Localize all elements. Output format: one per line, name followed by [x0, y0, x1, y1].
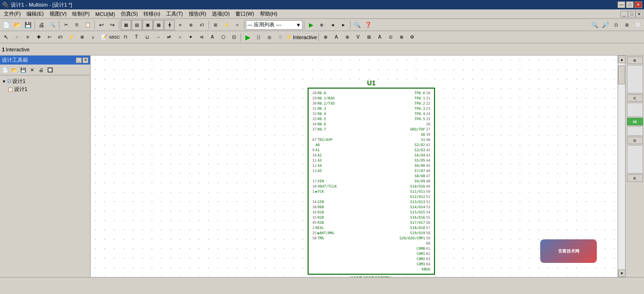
measure-tool[interactable]: ⊲: [196, 32, 207, 42]
power-btn[interactable]: ⚡: [221, 20, 232, 30]
bus-tool[interactable]: ≡: [23, 32, 33, 42]
inst-tool[interactable]: ⊕: [77, 32, 87, 42]
graphic-tool[interactable]: ⬡: [218, 32, 228, 42]
new-button[interactable]: 📄: [1, 20, 11, 30]
scroll-down-btn[interactable]: ▼: [618, 270, 625, 277]
redo-button[interactable]: ↪: [107, 20, 117, 30]
print-button[interactable]: 🖨: [36, 20, 47, 30]
inst-btn4[interactable]: V: [353, 32, 363, 42]
grid-btn3[interactable]: ▣: [142, 20, 153, 30]
ic-component[interactable]: U1 28R0.0 29R0.1/RXD 30R0.2/TXD 31R0.3 3…: [308, 79, 435, 277]
app-list-dropdown[interactable]: --- 应用列表 --- ▼: [246, 20, 302, 30]
zoom-fit-btn[interactable]: ⊡: [611, 20, 621, 30]
menu-window[interactable]: 窗口(W): [233, 10, 257, 18]
inst-btn7[interactable]: ⊙: [385, 32, 396, 42]
tree-root[interactable]: ▼ ☑ 设计1: [2, 77, 88, 85]
zoom-area-btn[interactable]: ⊞: [622, 20, 632, 30]
rs-btn-e[interactable]: E: [627, 174, 643, 182]
inst-btn2[interactable]: A: [331, 32, 342, 42]
arrow-both[interactable]: ⇌: [164, 32, 174, 42]
bus-entry[interactable]: ⊓: [120, 32, 131, 42]
power-tool[interactable]: ⚡: [66, 32, 76, 42]
scroll-track[interactable]: [618, 63, 625, 270]
note-tool[interactable]: 📝: [99, 32, 109, 42]
tree-design1[interactable]: 📋 设计1: [2, 85, 88, 93]
extra-btn2[interactable]: ◄: [327, 20, 338, 30]
misc-tool[interactable]: MISC: [109, 32, 120, 42]
pointer-btn[interactable]: ↖: [1, 32, 11, 42]
vertical-scrollbar[interactable]: ▲ ▼: [618, 56, 625, 277]
open-button[interactable]: 📂: [12, 20, 22, 30]
zoom-100-btn[interactable]: ⬜: [633, 20, 643, 30]
inst-btn9[interactable]: ⚙: [407, 32, 418, 42]
menu-view[interactable]: 视图(V): [47, 10, 70, 18]
junction-tool[interactable]: ✚: [33, 32, 44, 42]
inner-maximize[interactable]: □: [628, 11, 636, 17]
zoom-in-btn[interactable]: 🔎: [600, 20, 611, 30]
menu-mcu[interactable]: MCU(M): [92, 11, 118, 17]
wire-btn[interactable]: ╋: [164, 20, 175, 30]
conn-btn[interactable]: ⊕: [186, 20, 196, 30]
zoom-out-btn[interactable]: 🔍: [589, 20, 600, 30]
partial-tool[interactable]: ⊢: [44, 32, 55, 42]
bus-btn[interactable]: ≡: [175, 20, 185, 30]
help-btn[interactable]: ❓: [363, 20, 373, 30]
label-tool[interactable]: 🏷: [55, 32, 66, 42]
design-toolbar-close[interactable]: ✕: [83, 57, 88, 63]
dt-save[interactable]: 💾: [19, 65, 27, 74]
vconn-entry[interactable]: ⊔: [142, 32, 152, 42]
sim-pause[interactable]: ⏸: [253, 32, 264, 42]
text-tool[interactable]: A: [207, 32, 217, 42]
rs-btn-b[interactable]: B: [627, 57, 643, 64]
rs-btn-c[interactable]: C: [627, 94, 643, 102]
undo-button[interactable]: ↩: [96, 20, 107, 30]
maximize-button[interactable]: □: [626, 1, 634, 8]
menu-tools[interactable]: 工具(T): [163, 10, 186, 18]
inst-btn8[interactable]: ⊗: [396, 32, 407, 42]
menu-options[interactable]: 选项(O): [209, 10, 233, 18]
print-preview-button[interactable]: 🔍: [47, 20, 58, 30]
dt-icon[interactable]: 🔲: [46, 65, 54, 74]
sim-btn1[interactable]: ≈: [232, 20, 243, 30]
menu-help[interactable]: 帮助(H): [257, 10, 280, 18]
vbus-entry[interactable]: T: [131, 32, 142, 42]
cut-button[interactable]: ✂: [61, 20, 71, 30]
arrow-right[interactable]: →: [153, 32, 163, 42]
sim-play[interactable]: ▶: [243, 32, 253, 42]
dt-open[interactable]: 📂: [10, 65, 18, 74]
rs-btn-d[interactable]: D: [627, 137, 643, 144]
menu-reports[interactable]: 报告(R): [186, 10, 209, 18]
paste-button[interactable]: 📋: [83, 20, 93, 30]
inst-btn3[interactable]: ⊛: [342, 32, 352, 42]
gnd-tool[interactable]: ⏚: [88, 32, 98, 42]
dt-print[interactable]: 🖨: [37, 65, 45, 74]
inst-btn5[interactable]: ⊞: [364, 32, 374, 42]
extra-btn3[interactable]: ►: [338, 20, 349, 30]
save-button[interactable]: 💾: [23, 20, 33, 30]
copy-button[interactable]: ⎘: [72, 20, 82, 30]
grid-btn2[interactable]: ▤: [132, 20, 142, 30]
inner-close[interactable]: ✕: [636, 11, 643, 17]
menu-sim[interactable]: 仿真(S): [118, 10, 141, 18]
circle-tool[interactable]: ○: [175, 32, 185, 42]
menu-place[interactable]: 绘制(P): [69, 10, 92, 18]
canvas-area[interactable]: U1 28R0.0 29R0.1/RXD 30R0.2/TXD 31R0.3 3…: [91, 56, 625, 277]
minimize-button[interactable]: —: [618, 1, 625, 8]
tree-expand[interactable]: ▼: [2, 79, 6, 84]
wire-tool[interactable]: ⟋: [12, 32, 22, 42]
sim-stop[interactable]: ■: [264, 32, 275, 42]
menu-edit[interactable]: 编辑(E): [24, 10, 47, 18]
inst-btn1[interactable]: ⊕: [320, 32, 331, 42]
dt-new[interactable]: 📄: [1, 65, 9, 74]
sim-probe[interactable]: ⊙: [275, 32, 285, 42]
rs-btn-36[interactable]: 36: [627, 118, 643, 125]
inner-minimize[interactable]: _: [620, 11, 628, 17]
label-btn[interactable]: 🏷: [197, 20, 207, 30]
menu-transfer[interactable]: 转移(n): [141, 10, 163, 18]
grid-btn4[interactable]: ▦: [153, 20, 164, 30]
design-toolbar-float[interactable]: _: [76, 57, 82, 63]
tree-checkbox[interactable]: ☑: [7, 79, 11, 84]
component-btn[interactable]: ⊞: [210, 20, 221, 30]
probe-tool[interactable]: ✦: [185, 32, 196, 42]
menu-file[interactable]: 文件(F): [1, 10, 24, 18]
